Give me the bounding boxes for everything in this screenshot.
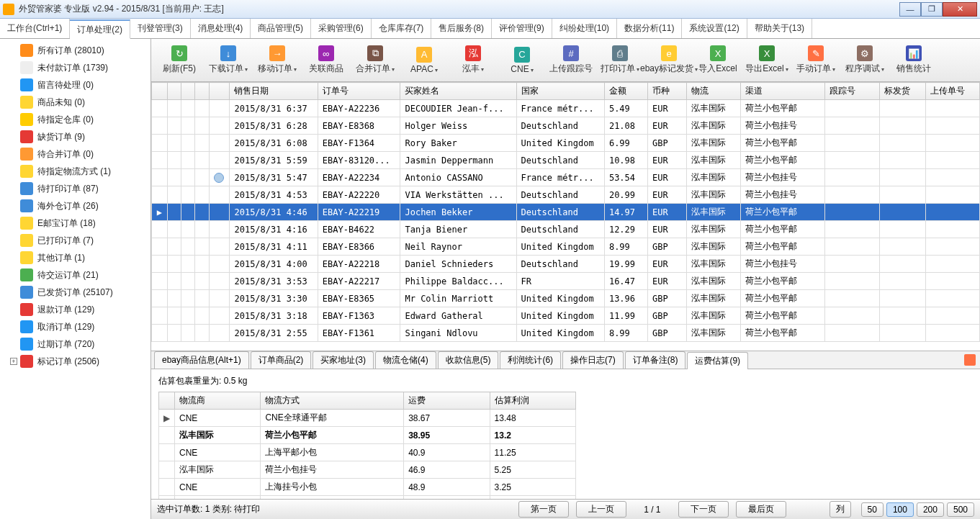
toolbar-button[interactable]: eebay标记发货▾ — [645, 42, 693, 79]
detail-tab[interactable]: 物流仓储(4) — [375, 351, 436, 369]
sidebar-item[interactable]: 未付款订单 (1739) — [0, 59, 150, 76]
sidebar-item[interactable]: 待交运订单 (21) — [0, 266, 150, 284]
minimize-button[interactable]: — — [899, 2, 921, 17]
grid-column-header[interactable] — [167, 83, 181, 100]
toolbar-button[interactable]: ↓下载订单▾ — [204, 42, 252, 79]
toolbar-button[interactable]: X导出Excel▾ — [743, 42, 791, 79]
estimate-column-header[interactable] — [159, 392, 175, 410]
page-size-button[interactable]: 50 — [861, 502, 884, 517]
toolbar-button[interactable]: AAPAC▾ — [400, 42, 448, 79]
toolbar-button[interactable]: 泓泓丰▾ — [449, 42, 497, 79]
toolbar-button[interactable]: ⎙打印订单▾ — [596, 42, 644, 79]
menu-tab[interactable]: 采购管理(6) — [311, 19, 372, 38]
grid-column-header[interactable]: 订单号 — [318, 83, 400, 100]
grid-column-header[interactable]: 物流 — [686, 83, 740, 100]
sidebar-item[interactable]: 留言待处理 (0) — [0, 76, 150, 94]
sidebar-item[interactable]: 其他订单 (1) — [0, 249, 150, 266]
sidebar-item[interactable]: 过期订单 (720) — [0, 335, 150, 353]
grid-column-header[interactable] — [209, 83, 230, 100]
menu-tab[interactable]: 评价管理(9) — [492, 19, 552, 38]
menu-tab[interactable]: 帮助关于(13) — [747, 19, 812, 38]
detail-tab[interactable]: 操作日志(7) — [562, 351, 624, 369]
prev-page-button[interactable]: 上一页 — [576, 501, 626, 518]
table-row[interactable]: 2015/8/31 4:16EBAY-B4622Tanja BienerDeut… — [152, 221, 980, 238]
table-row[interactable]: 2015/8/31 6:28EBAY-E8368Holger WeissDeut… — [152, 117, 980, 135]
table-row[interactable]: 2015/8/31 6:37EBAY-A22236DECOUDIER Jean-… — [152, 100, 980, 117]
grid-column-header[interactable] — [152, 83, 168, 100]
order-grid[interactable]: 销售日期订单号买家姓名国家金额币种物流渠道跟踪号标发货上传单号 2015/8/3… — [151, 82, 980, 342]
sidebar-item[interactable]: 待指定物流方式 (1) — [0, 163, 150, 180]
sidebar-item[interactable]: E邮宝订单 (18) — [0, 215, 150, 232]
grid-column-header[interactable]: 渠道 — [740, 83, 825, 100]
menu-tab[interactable]: 仓库库存(7) — [372, 19, 432, 38]
sidebar-item[interactable]: 已打印订单 (7) — [0, 232, 150, 249]
table-row[interactable]: 2015/8/31 4:53EBAY-A22220VIA Werkstätten… — [152, 186, 980, 204]
sidebar-item[interactable]: 待合并订单 (0) — [0, 145, 150, 163]
page-size-button[interactable]: 200 — [917, 502, 944, 517]
page-size-button[interactable]: 500 — [947, 502, 974, 517]
last-page-button[interactable]: 最后页 — [736, 501, 786, 518]
sidebar-item[interactable]: 已发货订单 (25107) — [0, 284, 150, 301]
grid-column-header[interactable]: 标发货 — [879, 83, 925, 100]
toolbar-button[interactable]: X导入Excel — [694, 42, 742, 79]
book-icon[interactable] — [964, 354, 976, 366]
grid-column-header[interactable]: 买家姓名 — [400, 83, 516, 100]
grid-column-header[interactable]: 上传单号 — [925, 83, 979, 100]
table-row[interactable]: 2015/8/31 3:18EBAY-F1363Edward GatheralU… — [152, 307, 980, 325]
table-row[interactable]: 2015/8/31 5:59EBAY-83120...Jasmin Depper… — [152, 152, 980, 169]
table-row[interactable]: 2015/8/31 3:30EBAY-E8365Mr Colin Marriot… — [152, 290, 980, 307]
table-row[interactable]: 2015/8/31 4:11EBAY-E8366Neil RaynorUnite… — [152, 238, 980, 256]
sidebar-item[interactable]: 海外仓订单 (26) — [0, 197, 150, 215]
grid-column-header[interactable]: 国家 — [516, 83, 604, 100]
estimate-grid[interactable]: 物流商物流方式运费估算利润 ▶CNECNE全球通平邮38.6713.48泓丰国际… — [158, 392, 576, 499]
toolbar-button[interactable]: CCNE▾ — [498, 42, 546, 79]
close-button[interactable]: ✕ — [943, 2, 977, 17]
menu-tab[interactable]: 消息处理(4) — [191, 19, 251, 38]
toolbar-button[interactable]: ∞关联商品 — [302, 42, 350, 79]
sidebar-item[interactable]: 缺货订单 (9) — [0, 128, 150, 145]
page-size-button[interactable]: 100 — [886, 502, 914, 517]
next-page-button[interactable]: 下一页 — [678, 501, 729, 518]
toolbar-button[interactable]: ↻刷新(F5) — [156, 42, 203, 79]
sidebar-item[interactable]: 商品未知 (0) — [0, 94, 150, 111]
grid-column-header[interactable]: 销售日期 — [230, 83, 318, 100]
grid-column-header[interactable] — [195, 83, 209, 100]
estimate-row[interactable]: 泓丰国际荷兰小包挂号46.95.25 — [159, 461, 576, 479]
sidebar-item[interactable]: 退款订单 (129) — [0, 301, 150, 318]
menu-tab[interactable]: 纠纷处理(10) — [552, 19, 617, 38]
estimate-row[interactable]: CNE上海挂号小包48.93.25 — [159, 479, 576, 496]
table-row[interactable]: 2015/8/31 4:00EBAY-A22218Daniel Schniede… — [152, 256, 980, 273]
table-row[interactable]: 2015/8/31 5:47EBAY-A22234Antonio CASSANO… — [152, 169, 980, 186]
table-row[interactable]: ▶2015/8/31 4:46EBAY-A22219Jochen BekkerD… — [152, 204, 980, 221]
toolbar-button[interactable]: 📊销售统计 — [890, 42, 938, 79]
table-row[interactable]: 2015/8/31 2:55EBAY-F1361Singani NdlovuUn… — [152, 325, 980, 342]
estimate-row[interactable]: ▶CNECNE全球通平邮38.6713.48 — [159, 410, 576, 427]
sidebar-item[interactable]: 待打印订单 (87) — [0, 180, 150, 197]
detail-tab[interactable]: 收款信息(5) — [438, 351, 499, 369]
toolbar-button[interactable]: ⧉合并订单▾ — [351, 42, 399, 79]
menu-tab[interactable]: 订单处理(2) — [70, 19, 130, 39]
grid-column-header[interactable] — [181, 83, 194, 100]
estimate-column-header[interactable]: 物流商 — [175, 392, 261, 410]
estimate-row[interactable]: 泓丰国际荷兰小包平邮38.9513.2 — [159, 427, 576, 444]
detail-tab[interactable]: ebay商品信息(Alt+1) — [154, 351, 249, 369]
table-row[interactable]: 2015/8/31 6:08EBAY-F1364Rory BakerUnited… — [152, 135, 980, 152]
sidebar-item[interactable]: 待指定仓库 (0) — [0, 111, 150, 128]
grid-column-header[interactable]: 金额 — [604, 83, 647, 100]
table-row[interactable]: 2015/8/31 3:53EBAY-A22217Philippe Baldac… — [152, 273, 980, 290]
menu-tab[interactable]: 售后服务(8) — [431, 19, 492, 38]
estimate-column-header[interactable]: 物流方式 — [261, 392, 404, 410]
menu-tab[interactable]: 刊登管理(3) — [130, 19, 191, 38]
sidebar-item[interactable]: +标记订单 (2506) — [0, 353, 150, 370]
menu-tab[interactable]: 商品管理(5) — [251, 19, 311, 38]
order-grid-wrap[interactable]: 销售日期订单号买家姓名国家金额币种物流渠道跟踪号标发货上传单号 2015/8/3… — [151, 82, 980, 351]
toolbar-button[interactable]: ✎手动订单▾ — [792, 42, 840, 79]
grid-column-header[interactable]: 跟踪号 — [825, 83, 879, 100]
toolbar-button[interactable]: →移动订单▾ — [253, 42, 301, 79]
menu-tab[interactable]: 工作台(Ctrl+1) — [0, 19, 70, 38]
columns-button[interactable]: 列 — [830, 501, 851, 518]
estimate-column-header[interactable]: 运费 — [404, 392, 490, 410]
detail-tab[interactable]: 运费估算(9) — [687, 352, 748, 369]
toolbar-button[interactable]: ⚙程序调试▾ — [841, 42, 889, 79]
sidebar-item[interactable]: 取消订单 (129) — [0, 318, 150, 335]
